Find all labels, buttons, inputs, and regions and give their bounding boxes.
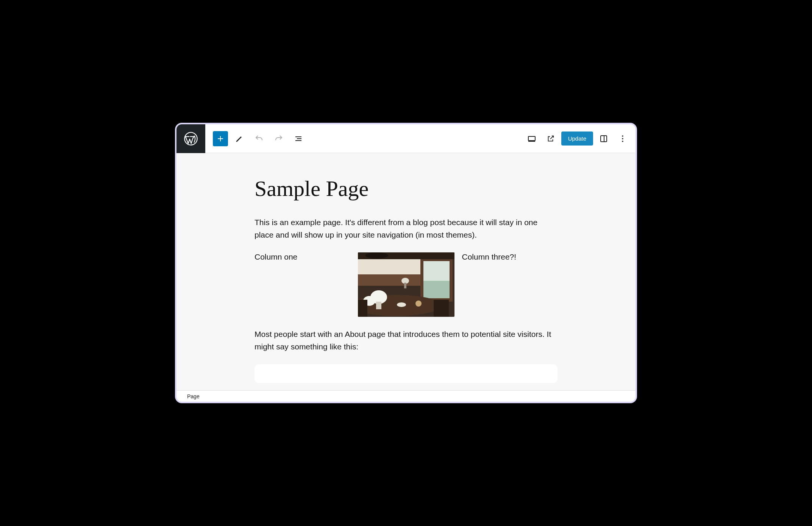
redo-icon: [274, 134, 283, 143]
breadcrumb-item[interactable]: Page: [187, 393, 200, 399]
about-paragraph[interactable]: Most people start with an About page tha…: [255, 328, 557, 353]
undo-icon: [255, 134, 264, 143]
column-two-image[interactable]: [358, 252, 454, 317]
breadcrumb-bar: Page: [176, 390, 636, 402]
columns-block[interactable]: Column one: [255, 252, 557, 317]
page-title[interactable]: Sample Page: [255, 176, 557, 201]
options-button[interactable]: [614, 130, 631, 147]
svg-point-20: [415, 301, 422, 307]
wordpress-icon: [184, 132, 198, 146]
svg-rect-22: [434, 300, 449, 317]
svg-rect-8: [358, 274, 420, 286]
external-preview-button[interactable]: [542, 130, 559, 147]
svg-rect-17: [376, 302, 381, 309]
redo-button[interactable]: [270, 130, 287, 147]
svg-point-3: [622, 135, 623, 137]
column-one[interactable]: Column one: [255, 252, 350, 317]
desktop-icon: [527, 134, 536, 143]
wordpress-logo-button[interactable]: [176, 124, 205, 153]
svg-point-4: [622, 138, 623, 139]
list-view-icon: [294, 134, 303, 143]
quote-block-peek[interactable]: [255, 364, 557, 383]
tools-button[interactable]: [231, 130, 248, 147]
external-link-icon: [547, 135, 555, 143]
svg-rect-23: [358, 300, 367, 317]
svg-rect-11: [423, 281, 450, 298]
sidebar-icon: [599, 134, 608, 143]
svg-rect-19: [404, 283, 406, 288]
block-inserter-button[interactable]: [213, 131, 228, 146]
dining-room-image: [358, 252, 454, 317]
update-button[interactable]: Update: [561, 132, 593, 146]
editor-canvas[interactable]: Sample Page This is an example page. It'…: [176, 153, 636, 390]
svg-rect-1: [528, 136, 535, 141]
view-button[interactable]: [523, 130, 540, 147]
top-toolbar: Update: [176, 124, 636, 153]
editor-window: Update Sample Page This is an example pa…: [175, 123, 637, 403]
settings-sidebar-button[interactable]: [595, 130, 612, 147]
page-content: Sample Page This is an example page. It'…: [255, 153, 557, 390]
svg-point-21: [397, 302, 406, 307]
toolbar-left-group: [205, 130, 307, 147]
plus-icon: [216, 134, 225, 143]
column-three[interactable]: Column three?!: [462, 252, 558, 317]
svg-point-13: [365, 252, 388, 258]
toolbar-right-group: Update: [523, 130, 636, 147]
more-vertical-icon: [618, 134, 627, 143]
undo-button[interactable]: [251, 130, 267, 147]
intro-paragraph[interactable]: This is an example page. It's different …: [255, 216, 557, 241]
pencil-icon: [235, 134, 244, 143]
svg-point-5: [622, 141, 623, 142]
document-overview-button[interactable]: [290, 130, 307, 147]
